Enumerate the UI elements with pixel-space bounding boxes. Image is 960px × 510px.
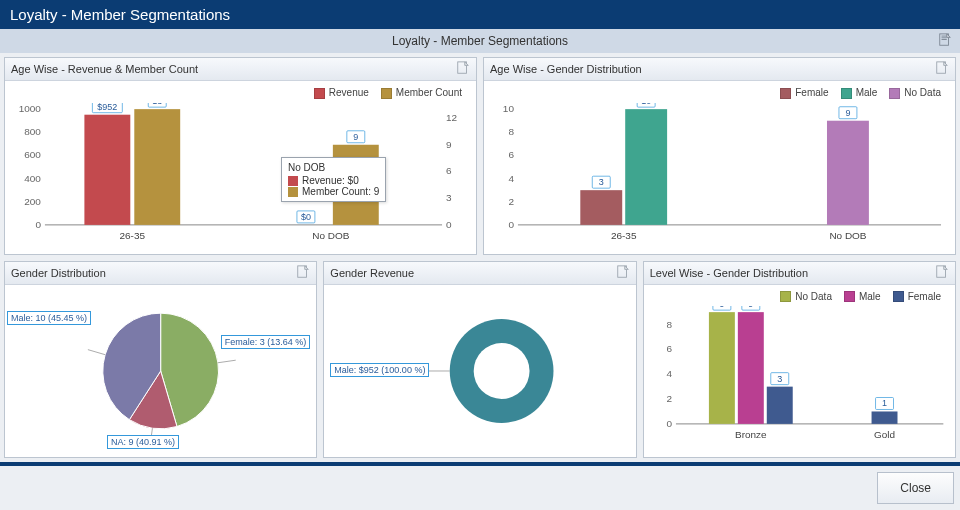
svg-text:8: 8	[508, 126, 514, 137]
bar-chart[interactable]: 024681031026-359No DOB	[490, 103, 949, 243]
svg-rect-18	[134, 109, 180, 225]
svg-text:0: 0	[35, 219, 41, 230]
svg-text:3: 3	[599, 177, 604, 187]
svg-text:No DOB: No DOB	[829, 230, 866, 241]
panel-title: Gender Distribution	[11, 267, 106, 279]
svg-text:0: 0	[446, 219, 452, 230]
svg-text:6: 6	[508, 149, 514, 160]
svg-text:0: 0	[508, 219, 514, 230]
svg-text:$952: $952	[97, 103, 117, 112]
svg-rect-2	[942, 37, 947, 38]
svg-text:6: 6	[666, 344, 672, 355]
legend-item: Male	[844, 291, 881, 303]
tooltip-row: Member Count: 9	[288, 186, 379, 197]
svg-text:2: 2	[666, 393, 672, 404]
legend-item: Female	[893, 291, 941, 303]
svg-text:2: 2	[508, 196, 514, 207]
donut-label-male: Male: $952 (100.00 %)	[330, 363, 429, 377]
svg-line-51	[218, 360, 236, 363]
pie-label-na: NA: 9 (40.91 %)	[107, 435, 179, 449]
svg-rect-75	[871, 412, 897, 424]
svg-text:3: 3	[777, 374, 782, 384]
legend: No Data Male Female	[650, 289, 949, 307]
svg-rect-68	[738, 312, 764, 424]
panel-title: Level Wise - Gender Distribution	[650, 267, 808, 279]
panel-age-gender: Age Wise - Gender Distribution Female Ma…	[483, 57, 956, 255]
svg-text:Bronze: Bronze	[735, 429, 767, 440]
panel-title: Age Wise - Gender Distribution	[490, 63, 642, 75]
page-title: Loyalty - Member Segmentations	[392, 34, 568, 48]
svg-rect-40	[625, 109, 667, 225]
svg-text:10: 10	[503, 103, 515, 114]
svg-text:$0: $0	[301, 212, 311, 222]
svg-text:12: 12	[446, 112, 458, 123]
bar-chart[interactable]: 02004006008001000036912$9521326-35$09No …	[11, 103, 470, 243]
svg-rect-71	[766, 387, 792, 424]
panel-export-icon[interactable]	[296, 265, 310, 281]
legend-item: Female	[780, 87, 828, 99]
svg-text:9: 9	[845, 108, 850, 118]
svg-text:400: 400	[24, 172, 41, 183]
tooltip-row: Revenue: $0	[288, 175, 379, 186]
svg-text:9: 9	[353, 132, 358, 142]
svg-rect-39	[580, 190, 622, 225]
legend-item: No Data	[780, 291, 832, 303]
svg-text:1: 1	[882, 399, 887, 409]
panel-title: Gender Revenue	[330, 267, 414, 279]
svg-text:26-35: 26-35	[611, 230, 637, 241]
legend-item: No Data	[889, 87, 941, 99]
svg-point-56	[474, 343, 530, 399]
svg-text:800: 800	[24, 126, 41, 137]
chart-tooltip: No DOB Revenue: $0 Member Count: 9	[281, 157, 386, 202]
pie-label-male: Male: 10 (45.45 %)	[7, 311, 91, 325]
panel-export-icon[interactable]	[935, 265, 949, 281]
window-title: Loyalty - Member Segmentations	[10, 6, 230, 23]
panel-gender-distribution: Gender Distribution Male: 10 (45.45 %) F…	[4, 261, 317, 459]
footer: Close	[0, 466, 960, 510]
panel-export-icon[interactable]	[616, 265, 630, 281]
svg-rect-3	[942, 39, 947, 40]
legend-item: Member Count	[381, 87, 462, 99]
svg-rect-46	[827, 121, 869, 225]
panel-gender-revenue: Gender Revenue Male: $952 (100.00 %)	[323, 261, 636, 459]
export-icon[interactable]	[938, 33, 952, 50]
svg-text:Gold: Gold	[874, 429, 895, 440]
svg-text:4: 4	[508, 172, 514, 183]
svg-rect-65	[709, 312, 735, 424]
svg-text:600: 600	[24, 149, 41, 160]
svg-line-53	[88, 349, 105, 354]
svg-rect-17	[84, 115, 130, 225]
page-subheader: Loyalty - Member Segmentations	[0, 29, 960, 53]
svg-text:9: 9	[748, 306, 753, 309]
panel-title: Age Wise - Revenue & Member Count	[11, 63, 198, 75]
svg-text:4: 4	[666, 369, 672, 380]
close-button[interactable]: Close	[877, 472, 954, 504]
legend: Female Male No Data	[490, 85, 949, 103]
panel-export-icon[interactable]	[456, 61, 470, 77]
window-titlebar: Loyalty - Member Segmentations	[0, 0, 960, 29]
panel-export-icon[interactable]	[935, 61, 949, 77]
svg-text:13: 13	[152, 103, 162, 106]
svg-text:0: 0	[666, 418, 672, 429]
svg-text:1000: 1000	[19, 103, 42, 114]
bar-chart[interactable]: 02468993Bronze1Gold	[650, 306, 949, 442]
svg-text:10: 10	[641, 103, 651, 106]
svg-text:6: 6	[446, 165, 452, 176]
svg-text:3: 3	[446, 192, 452, 203]
legend: Revenue Member Count	[11, 85, 470, 103]
svg-text:9: 9	[446, 139, 452, 150]
legend-item: Revenue	[314, 87, 369, 99]
panel-level-gender: Level Wise - Gender Distribution No Data…	[643, 261, 956, 459]
legend-item: Male	[841, 87, 878, 99]
svg-text:9: 9	[719, 306, 724, 309]
svg-text:26-35: 26-35	[120, 230, 146, 241]
tooltip-title: No DOB	[288, 162, 379, 173]
svg-rect-1	[942, 36, 947, 37]
svg-text:8: 8	[666, 319, 672, 330]
pie-label-female: Female: 3 (13.64 %)	[221, 335, 311, 349]
panel-age-revenue: Age Wise - Revenue & Member Count Revenu…	[4, 57, 477, 255]
svg-text:No DOB: No DOB	[312, 230, 349, 241]
svg-text:200: 200	[24, 196, 41, 207]
